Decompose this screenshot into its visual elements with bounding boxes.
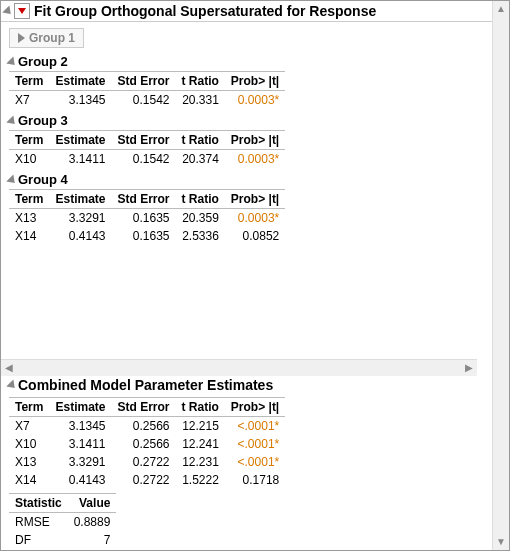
disclosure-icon[interactable] (2, 5, 14, 17)
cell-stat: RMSE (9, 513, 68, 532)
hotspot-menu[interactable] (14, 3, 30, 19)
cell-t: 12.215 (176, 417, 225, 436)
disclosure-icon[interactable] (18, 33, 25, 43)
col-tratio: t Ratio (176, 131, 225, 150)
group-3-section: Group 3 Term Estimate Std Error t Ratio … (9, 113, 493, 168)
group-2-section: Group 2 Term Estimate Std Error t Ratio … (9, 54, 493, 109)
cell-se: 0.1542 (111, 91, 175, 110)
table-header-row: Term Estimate Std Error t Ratio Prob> |t… (9, 190, 285, 209)
cell-se: 0.2722 (111, 453, 175, 471)
cell-t: 20.331 (176, 91, 225, 110)
table-header-row: Term Estimate Std Error t Ratio Prob> |t… (9, 398, 285, 417)
col-prob: Prob> |t| (225, 131, 285, 150)
cell-p: 0.0003* (225, 150, 285, 169)
col-term: Term (9, 190, 49, 209)
combined-table: Term Estimate Std Error t Ratio Prob> |t… (9, 397, 285, 489)
cell-est: 3.1345 (49, 417, 111, 436)
table-row: X14 0.4143 0.1635 2.5336 0.0852 (9, 227, 285, 245)
group-4-header[interactable]: Group 4 (9, 172, 493, 187)
group-2-table: Term Estimate Std Error t Ratio Prob> |t… (9, 71, 285, 109)
horizontal-scrollbar[interactable]: ◀ ▶ (1, 359, 477, 376)
group-3-label: Group 3 (18, 113, 68, 128)
col-term: Term (9, 398, 49, 417)
report-title: Fit Group Orthogonal Supersaturated for … (34, 3, 376, 19)
cell-est: 0.4143 (49, 471, 111, 489)
group-1-label: Group 1 (29, 31, 75, 45)
cell-est: 3.1411 (49, 150, 111, 169)
group-3-table: Term Estimate Std Error t Ratio Prob> |t… (9, 130, 285, 168)
scroll-left-icon[interactable]: ◀ (1, 360, 17, 376)
disclosure-icon[interactable] (6, 379, 18, 391)
cell-se: 0.2566 (111, 435, 175, 453)
cell-term: X7 (9, 91, 49, 110)
cell-p: <.0001* (225, 435, 285, 453)
down-triangle-icon (18, 8, 26, 14)
group-2-header[interactable]: Group 2 (9, 54, 493, 69)
cell-term: X7 (9, 417, 49, 436)
disclosure-icon[interactable] (6, 115, 18, 127)
cell-term: X13 (9, 209, 49, 228)
cell-t: 12.241 (176, 435, 225, 453)
col-stderr: Std Error (111, 131, 175, 150)
table-header-row: Term Estimate Std Error t Ratio Prob> |t… (9, 72, 285, 91)
combined-section: Combined Model Parameter Estimates Term … (1, 375, 477, 550)
cell-term: X13 (9, 453, 49, 471)
table-header-row: Statistic Value (9, 494, 116, 513)
col-stderr: Std Error (111, 398, 175, 417)
table-row: DF 7 (9, 531, 116, 549)
col-stderr: Std Error (111, 190, 175, 209)
cell-se: 0.2722 (111, 471, 175, 489)
cell-p: 0.0003* (225, 91, 285, 110)
group-4-table: Term Estimate Std Error t Ratio Prob> |t… (9, 189, 285, 245)
disclosure-icon[interactable] (6, 56, 18, 68)
group-3-header[interactable]: Group 3 (9, 113, 493, 128)
col-estimate: Estimate (49, 72, 111, 91)
cell-est: 0.4143 (49, 227, 111, 245)
disclosure-icon[interactable] (6, 174, 18, 186)
cell-stat: DF (9, 531, 68, 549)
cell-est: 3.1345 (49, 91, 111, 110)
col-prob: Prob> |t| (225, 72, 285, 91)
cell-se: 0.2566 (111, 417, 175, 436)
table-row: X10 3.1411 0.2566 12.241 <.0001* (9, 435, 285, 453)
scroll-up-icon[interactable]: ▲ (493, 1, 509, 17)
col-tratio: t Ratio (176, 398, 225, 417)
col-prob: Prob> |t| (225, 398, 285, 417)
group-1-header[interactable]: Group 1 (9, 28, 84, 48)
table-row: RMSE 0.8889 (9, 513, 116, 532)
cell-p: <.0001* (225, 453, 285, 471)
scroll-down-icon[interactable]: ▼ (493, 534, 509, 550)
group-2-label: Group 2 (18, 54, 68, 69)
col-term: Term (9, 72, 49, 91)
report-content: Fit Group Orthogonal Supersaturated for … (1, 1, 493, 550)
outline-title-row: Fit Group Orthogonal Supersaturated for … (1, 1, 493, 22)
cell-term: X10 (9, 150, 49, 169)
col-tratio: t Ratio (176, 190, 225, 209)
cell-t: 20.374 (176, 150, 225, 169)
cell-se: 0.1635 (111, 209, 175, 228)
cell-p: <.0001* (225, 417, 285, 436)
combined-title-label: Combined Model Parameter Estimates (18, 377, 273, 393)
cell-est: 3.1411 (49, 435, 111, 453)
table-row: X13 3.3291 0.2722 12.231 <.0001* (9, 453, 285, 471)
vertical-scrollbar[interactable]: ▲ ▼ (492, 1, 509, 550)
col-estimate: Estimate (49, 131, 111, 150)
group-1-section: Group 1 (9, 26, 493, 50)
combined-stats-table: Statistic Value RMSE 0.8889 DF 7 (9, 493, 116, 549)
col-statistic: Statistic (9, 494, 68, 513)
col-prob: Prob> |t| (225, 190, 285, 209)
cell-p: 0.0852 (225, 227, 285, 245)
col-estimate: Estimate (49, 398, 111, 417)
cell-se: 0.1542 (111, 150, 175, 169)
report-window: Fit Group Orthogonal Supersaturated for … (0, 0, 510, 551)
table-row: X7 3.1345 0.1542 20.331 0.0003* (9, 91, 285, 110)
col-tratio: t Ratio (176, 72, 225, 91)
col-estimate: Estimate (49, 190, 111, 209)
table-row: X13 3.3291 0.1635 20.359 0.0003* (9, 209, 285, 228)
scroll-right-icon[interactable]: ▶ (461, 360, 477, 376)
group-4-section: Group 4 Term Estimate Std Error t Ratio … (9, 172, 493, 245)
col-stderr: Std Error (111, 72, 175, 91)
combined-header[interactable]: Combined Model Parameter Estimates (1, 375, 477, 395)
cell-val: 0.8889 (68, 513, 117, 532)
cell-term: X14 (9, 227, 49, 245)
